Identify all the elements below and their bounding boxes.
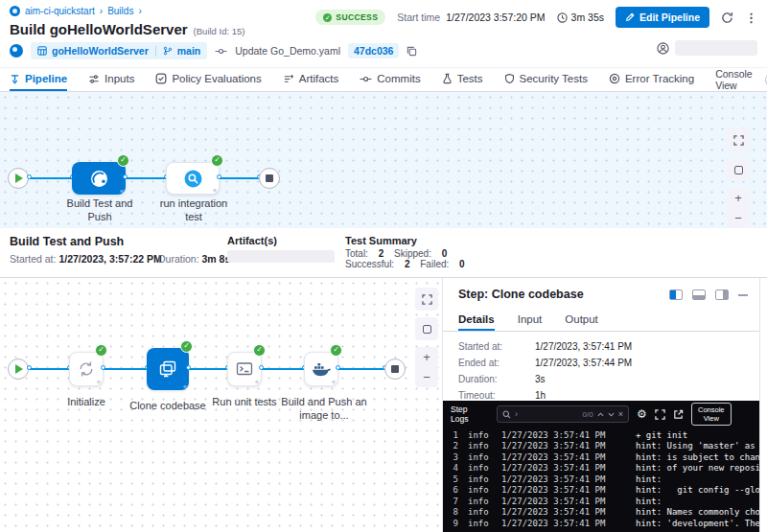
- stage-name: Build Test and Push: [10, 235, 124, 248]
- connector: [126, 177, 166, 179]
- step-label[interactable]: Initialize: [48, 395, 125, 408]
- step-node-initialize[interactable]: «: [69, 352, 104, 386]
- branch-icon: [163, 46, 173, 56]
- artifact-value-redacted[interactable]: [227, 250, 335, 263]
- tab-tests[interactable]: Tests: [442, 68, 483, 91]
- fit-to-screen-button[interactable]: [415, 317, 438, 340]
- stage-graph-canvas[interactable]: « ✓ « ✓ Build Test and Push run integrat…: [0, 92, 767, 228]
- stage-label[interactable]: run integration test: [151, 197, 237, 224]
- policy-icon: [155, 73, 167, 84]
- execution-graph-canvas[interactable]: « ✓ « ✓ « ✓ « ✓ Initialize Clone codebas…: [0, 278, 443, 532]
- log-search-input[interactable]: [522, 409, 579, 419]
- tab-artifacts[interactable]: Artifacts: [283, 68, 339, 91]
- search-close-button[interactable]: ×: [618, 409, 623, 419]
- stage-summary-bar: Build Test and Push Started at: 1/27/202…: [0, 228, 767, 278]
- test-summary-title: Test Summary: [345, 235, 473, 246]
- pipeline-end-node[interactable]: [259, 168, 280, 189]
- step-node-clone-codebase[interactable]: «: [147, 348, 189, 390]
- pencil-icon: [625, 12, 635, 22]
- log-line: 4info1/27/2023 3:57:41 PMhint: of your n…: [443, 463, 759, 474]
- test-summary-row: Successful: 2 Failed: 0: [345, 259, 473, 269]
- tab-error-tracking[interactable]: Error Tracking: [609, 68, 694, 91]
- tab-output[interactable]: Output: [565, 309, 598, 331]
- repo-branch-chip[interactable]: goHelloWorldServer main: [31, 42, 207, 59]
- tab-inputs[interactable]: Inputs: [88, 68, 134, 91]
- log-search-box[interactable]: › 0/0 ×: [497, 405, 629, 423]
- field-ended-at: Ended at:1/27/2023, 3:57:44 PM: [458, 358, 632, 368]
- tab-pipeline[interactable]: Pipeline: [10, 68, 67, 91]
- refresh-button[interactable]: [721, 12, 733, 24]
- repo-name: goHelloWorldServer: [52, 45, 149, 57]
- stage-node-run-integration-test[interactable]: «: [166, 162, 220, 195]
- page-title: Build goHelloWorldServer: [10, 21, 188, 37]
- commit-message[interactable]: Update Go_Demo.yaml: [235, 45, 340, 57]
- minimize-icon[interactable]: [738, 294, 748, 296]
- pipeline-start-node[interactable]: [8, 168, 29, 189]
- search-stage-icon: [184, 170, 202, 188]
- harness-logo-icon: [10, 44, 23, 58]
- header-actions: ✓ SUCCESS Start time 1/27/2023 3:57:20 P…: [315, 7, 757, 28]
- split-view-icon[interactable]: [669, 289, 683, 300]
- more-options-button[interactable]: ⋮: [745, 11, 757, 25]
- user-name-redacted: [675, 40, 757, 56]
- step-node-run-unit-tests[interactable]: «: [227, 352, 262, 386]
- connector: [338, 368, 384, 370]
- tab-input[interactable]: Input: [518, 309, 543, 331]
- zoom-in-button[interactable]: +: [415, 347, 438, 367]
- search-next-button[interactable]: [608, 412, 615, 417]
- right-view-icon[interactable]: [715, 289, 729, 300]
- breadcrumb-separator: ›: [100, 6, 103, 16]
- edit-pipeline-button[interactable]: Edit Pipeline: [616, 7, 709, 28]
- zoom-in-button[interactable]: +: [727, 188, 750, 208]
- tab-security-tests[interactable]: Security Tests: [504, 68, 588, 91]
- tab-details[interactable]: Details: [458, 309, 495, 331]
- refresh-icon: [721, 12, 733, 24]
- artifacts-icon: [283, 74, 294, 84]
- bottom-view-icon[interactable]: [692, 289, 706, 300]
- zoom-out-button[interactable]: −: [727, 208, 750, 228]
- zoom-controls: + −: [415, 347, 438, 387]
- step-node-build-and-push-image[interactable]: «: [304, 352, 338, 386]
- panel-scrollbar[interactable]: [759, 278, 767, 532]
- console-view-button[interactable]: Console View: [691, 403, 732, 427]
- search-prev-button[interactable]: [597, 412, 604, 417]
- connector: [262, 368, 304, 370]
- breadcrumb: aim-ci-quickstart › Builds ›: [10, 6, 142, 16]
- stage-node-build-test-and-push[interactable]: «: [72, 162, 126, 195]
- repo-row: goHelloWorldServer main Update Go_Demo.y…: [10, 42, 417, 59]
- fullscreen-button[interactable]: [415, 288, 438, 311]
- execution-end-node[interactable]: [384, 359, 406, 380]
- zoom-out-button[interactable]: −: [415, 367, 438, 387]
- breadcrumb-builds[interactable]: Builds: [107, 6, 133, 16]
- sync-icon: [77, 359, 96, 379]
- tab-policy-evaluations[interactable]: Policy Evaluations: [155, 68, 261, 91]
- tab-commits[interactable]: Commits: [360, 68, 420, 91]
- copy-icon[interactable]: [407, 46, 417, 57]
- breadcrumb-project[interactable]: aim-ci-quickstart: [25, 6, 95, 16]
- step-details-panel: Step: Clone codebase Details Input Outpu…: [443, 278, 759, 532]
- step-label[interactable]: Build and Push an image to...: [278, 395, 370, 423]
- step-label[interactable]: Clone codebase: [125, 399, 211, 412]
- log-line: 9info1/27/2023 3:57:41 PMhint: 'developm…: [443, 518, 759, 529]
- target-icon: [609, 73, 620, 84]
- shield-icon: [504, 73, 515, 84]
- artifacts-label: Artifact(s): [227, 235, 335, 246]
- fullscreen-icon: [655, 409, 665, 420]
- step-label[interactable]: Run unit tests: [203, 395, 286, 408]
- commit-sha[interactable]: 47dc036: [348, 43, 399, 58]
- fit-to-screen-button[interactable]: [727, 158, 750, 181]
- fullscreen-button[interactable]: [727, 128, 750, 151]
- console-title: Step Logs: [451, 405, 476, 424]
- search-icon: [502, 410, 511, 419]
- open-in-new-button[interactable]: [673, 409, 684, 420]
- collapse-chevron-icon: «: [255, 379, 259, 385]
- zoom-controls: + −: [727, 188, 750, 228]
- success-check-icon: ✓: [180, 340, 193, 353]
- fit-icon: [423, 325, 431, 334]
- log-fullscreen-button[interactable]: [655, 409, 665, 420]
- field-duration: Duration:3s: [458, 374, 632, 384]
- stage-label[interactable]: Build Test and Push: [57, 197, 143, 224]
- execution-start-node[interactable]: [8, 359, 29, 380]
- flask-icon: [442, 73, 453, 84]
- log-settings-button[interactable]: ⚙: [637, 407, 647, 421]
